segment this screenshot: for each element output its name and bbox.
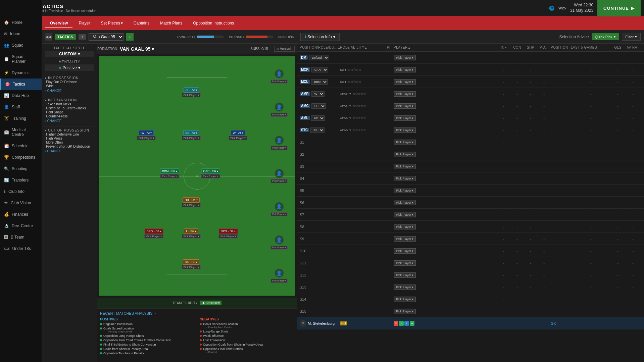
header-role-ability[interactable]: ROLE ABILITY▴	[340, 46, 384, 49]
sub-pick-4[interactable]: Pick Player ▾	[270, 179, 288, 183]
header-player[interactable]: PLAYER▴	[394, 46, 497, 49]
player-card-sk[interactable]: SK - Su ▾	[183, 259, 200, 265]
player-card-w[interactable]: W - At ▾	[231, 130, 245, 136]
pick-player-af[interactable]: Pick Player ▾	[182, 93, 201, 97]
in-transition-change-btn[interactable]: » CHANGE	[45, 118, 61, 123]
sidebar-item-tactics[interactable]: 🎯Tactics	[0, 79, 42, 90]
sidebar-item-inbox[interactable]: ✉Inbox	[0, 28, 42, 40]
pick-player-s5-btn[interactable]: Pick Player ▾	[394, 188, 416, 193]
pick-player-s12-btn[interactable]: Pick Player ▾	[394, 272, 416, 278]
pick-player-bpd-l[interactable]: Pick Player ▾	[145, 234, 163, 239]
tactical-style-value[interactable]: CUSTOM ▾	[45, 51, 94, 57]
tab-set-pieces[interactable]: Set Pieces▾	[96, 19, 127, 28]
player-card-bpd-l[interactable]: BPD - De ▾	[145, 228, 164, 234]
sub-pick-2[interactable]: Pick Player ▾	[270, 113, 288, 117]
sub-pick-7[interactable]: Pick Player ▾	[270, 279, 288, 283]
out-of-possession-change-btn[interactable]: » CHANGE	[45, 149, 61, 154]
sidebar-item-dynamics[interactable]: ⚡Dynamics	[0, 67, 42, 79]
pick-player-bbm[interactable]: Pick Player ▾	[160, 174, 179, 178]
sidebar-item-schedule[interactable]: 📅Schedule	[0, 140, 42, 152]
sidebar-item-club-vision[interactable]: 👁Club Vision	[0, 197, 42, 209]
sub-pick-6[interactable]: Pick Player ▾	[270, 246, 288, 250]
pick-player-amr-btn[interactable]: Pick Player ▾	[394, 91, 416, 97]
pick-player-s8-btn[interactable]: Pick Player ▾	[394, 224, 416, 229]
tactics-back-btn[interactable]: ◀◀	[45, 33, 52, 41]
pick-player-s10-btn[interactable]: Pick Player ▾	[394, 248, 416, 254]
player-card-car[interactable]: CAR - Su ▾	[201, 168, 220, 174]
sidebar-item-squad[interactable]: 👥Squad	[0, 40, 42, 51]
pick-player-s4-btn[interactable]: Pick Player ▾	[394, 176, 416, 181]
sidebar-item-club-info[interactable]: ℹClub Info	[0, 186, 42, 197]
pick-player-s7-btn[interactable]: Pick Player ▾	[394, 212, 416, 217]
in-possession-change-btn[interactable]: » CHANGE	[45, 88, 61, 93]
pick-player-s13-btn[interactable]: Pick Player ▾	[394, 285, 416, 290]
analysis-title[interactable]: RECENT MATCHES ANALYSIS >	[100, 311, 294, 315]
sub-pick-5[interactable]: Pick Player ▾	[270, 212, 288, 216]
pick-player-iw[interactable]: Pick Player ▾	[137, 136, 156, 140]
role-select-amr[interactable]: W	[311, 91, 325, 97]
tab-captains[interactable]: Captains	[129, 19, 154, 28]
sidebar-item-transfers[interactable]: 🔄Transfers	[0, 174, 42, 186]
pick-player-s3-btn[interactable]: Pick Player ▾	[394, 164, 416, 169]
player-card-af[interactable]: AF - At ▾	[184, 87, 199, 93]
pick-player-bpd-r[interactable]: Pick Player ▾	[219, 234, 238, 239]
sidebar-item-scouting[interactable]: 🔍Scouting	[0, 163, 42, 174]
pick-player-dm-btn[interactable]: Pick Player ▾	[394, 55, 416, 60]
role-select-dm[interactable]: Defend	[309, 55, 329, 60]
sub-pick-3[interactable]: Pick Player ▾	[270, 146, 288, 150]
pick-player-s15-btn[interactable]: Pick Player ▾	[394, 309, 416, 314]
role-select-stc[interactable]: AF	[310, 127, 325, 133]
pick-player-ss[interactable]: Pick Player ▾	[182, 136, 201, 140]
sub-pick-1[interactable]: Pick Player ▾	[270, 80, 288, 84]
selection-info-button[interactable]: ℹ Selection Info ▾	[300, 33, 340, 41]
formation-select[interactable]: Van Gaal 95	[89, 33, 123, 41]
pick-player-aml-btn[interactable]: Pick Player ▾	[394, 115, 416, 121]
sidebar-item-training[interactable]: 🏋Training	[0, 113, 42, 124]
sidebar-item-home[interactable]: 🏠Home	[0, 17, 42, 28]
player-name-sk[interactable]: M. Stekelenburg	[308, 321, 335, 325]
pick-player-amc-btn[interactable]: Pick Player ▾	[394, 103, 416, 109]
pick-player-s11-btn[interactable]: Pick Player ▾	[394, 260, 416, 266]
continue-button[interactable]: CONTINUE ▶	[597, 0, 641, 16]
sidebar-item-staff[interactable]: 👤Staff	[0, 101, 42, 113]
tab-match-plans[interactable]: Match Plans	[155, 19, 187, 28]
mentality-value[interactable]: ● Positive ▾	[45, 64, 94, 71]
tab-opposition-instructions[interactable]: Opposition Instructions	[188, 19, 239, 28]
tab-player[interactable]: Player	[74, 19, 95, 28]
formation-name[interactable]: VAN GAAL 95 ▾	[120, 46, 154, 52]
player-card-ss[interactable]: SS - At ▾	[183, 130, 199, 136]
role-select-amc[interactable]: SS	[311, 103, 326, 109]
selection-advice-button[interactable]: Selection Advice	[559, 35, 589, 39]
tab-overview[interactable]: Overview	[45, 19, 72, 28]
role-select-aml[interactable]: IW	[311, 115, 325, 121]
pick-player-l[interactable]: Pick Player ▾	[182, 234, 201, 239]
pick-player-s6-btn[interactable]: Pick Player ▾	[394, 200, 416, 205]
player-card-bbm[interactable]: BBM - Su ▾	[160, 168, 179, 174]
pick-player-car[interactable]: Pick Player ▾	[201, 174, 220, 178]
pick-player-s2-btn[interactable]: Pick Player ▾	[394, 152, 416, 157]
header-position-role[interactable]: POSITION/ROLE/DU...▴	[300, 46, 340, 49]
role-select-mcr[interactable]: CAR	[311, 67, 328, 72]
pick-player-mcr-btn[interactable]: Pick Player ▾	[394, 67, 416, 72]
role-select-mcl[interactable]: BBM	[311, 79, 328, 85]
sidebar-item-squad-planner[interactable]: 📋Squad Planner	[0, 51, 42, 67]
pick-player-s9-btn[interactable]: Pick Player ▾	[394, 236, 416, 242]
player-card-l[interactable]: L - Su ▾	[184, 228, 198, 234]
sidebar-item-competitions[interactable]: 🏆Competitions	[0, 152, 42, 163]
sidebar-item-finances[interactable]: 💰Finances	[0, 209, 42, 220]
pick-player-stc-btn[interactable]: Pick Player ▾	[394, 127, 416, 133]
pick-player-w[interactable]: Pick Player ▾	[229, 136, 247, 140]
sidebar-item-medical[interactable]: 🏥Medical Centre	[0, 124, 42, 140]
sidebar-item-b-team[interactable]: 🅱B Team	[0, 231, 42, 243]
sidebar-item-dev-centre[interactable]: 🔬Dev. Centre	[0, 220, 42, 231]
player-card-bpd-r[interactable]: BPD - De ▾	[219, 228, 238, 234]
sidebar-item-under18s[interactable]: U18Under 18s	[0, 243, 42, 254]
player-card-iw[interactable]: IW - At ▾	[139, 130, 154, 136]
pick-player-s14-btn[interactable]: Pick Player ▾	[394, 297, 416, 302]
pick-player-mcl-btn[interactable]: Pick Player ▾	[394, 79, 416, 85]
pick-player-s1-btn[interactable]: Pick Player ▾	[394, 140, 416, 145]
sidebar-item-data-hub[interactable]: 📊Data Hub	[0, 90, 42, 101]
quick-pick-button[interactable]: Quick Pick ▾	[592, 33, 619, 40]
pick-player-sk[interactable]: Pick Player ▾	[182, 265, 201, 269]
analysis-toggle-btn[interactable]: ⊞ Analysis	[274, 46, 295, 52]
